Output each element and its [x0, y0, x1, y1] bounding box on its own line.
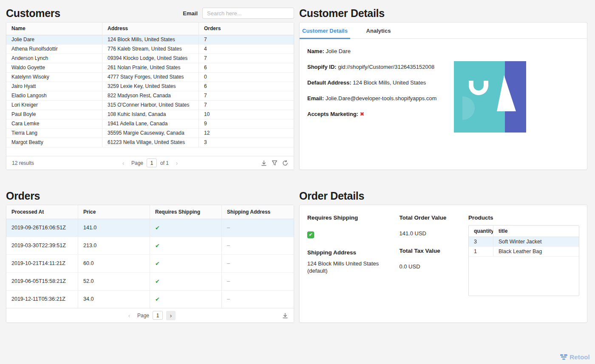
column-header-address[interactable]: Address: [102, 23, 199, 35]
orders-table-body: 2019-09-26T16:06:51Z 141.0 ✔ – 2019-03-3…: [6, 219, 294, 308]
page-number-input[interactable]: [147, 158, 157, 167]
search-input[interactable]: [202, 8, 294, 19]
order-details-panel: Requires Shipping ✔ Shipping Address 124…: [299, 205, 587, 323]
customer-row[interactable]: Cara Lemke 1941 Adella Lane, Canada 9: [6, 119, 294, 129]
check-icon: ✔: [155, 278, 160, 285]
download-icon[interactable]: [261, 160, 267, 166]
customer-orders-cell: 7: [199, 91, 294, 100]
order-row[interactable]: 2019-03-30T22:39:51Z 213.0 ✔ –: [6, 237, 294, 255]
customer-name-cell: Margot Beatty: [6, 138, 102, 147]
customers-pagination: ‹ Page of 1 ›: [6, 158, 294, 168]
customer-orders-cell: 9: [199, 119, 294, 128]
column-header-name[interactable]: Name: [6, 23, 102, 35]
customer-details-tabs: Customer Details Analytics: [300, 23, 587, 39]
products-table-body: 3 Soft Winter Jacket 1 Black Leather Bag: [469, 237, 579, 257]
page-number-input[interactable]: [153, 311, 163, 320]
order-processed-at-cell: 2019-12-11T05:36:21Z: [6, 291, 78, 308]
customer-address-cell: 3259 Lexie Key, United States: [102, 82, 199, 91]
customer-details-section: Customer Details Customer Details Analyt…: [299, 4, 587, 170]
order-details-section: Order Details Requires Shipping ✔ Shippi…: [299, 187, 587, 323]
customer-name-cell: Jolie Dare: [6, 35, 102, 44]
customer-orders-cell: 6: [199, 63, 294, 72]
check-icon: ✔: [155, 225, 160, 231]
customer-name-cell: Paul Boyle: [6, 110, 102, 119]
customer-name-cell: Lori Kreiger: [6, 101, 102, 110]
customer-row[interactable]: Katelynn Wisoky 4777 Stacy Forges, Unite…: [6, 73, 294, 82]
orders-table: Processed At Price Requires Shipping Shi…: [6, 205, 294, 323]
product-quantity-cell: 3: [469, 237, 493, 246]
download-icon[interactable]: [282, 313, 288, 319]
column-header-shipping-address[interactable]: Shipping Address: [222, 205, 294, 219]
total-tax-value-label: Total Tax Value: [399, 248, 468, 254]
customer-orders-cell: 4: [199, 45, 294, 54]
customer-row[interactable]: Jolie Dare 124 Block Mills, United State…: [6, 35, 294, 45]
customer-row[interactable]: Athena Runolfsdottir 776 Kaleb Stream, U…: [6, 45, 294, 54]
customer-name-cell: Jairo Hyatt: [6, 82, 102, 91]
check-icon: ✔: [155, 296, 160, 302]
retool-brand[interactable]: Retool: [560, 353, 590, 361]
order-row[interactable]: 2019-06-05T15:58:21Z 52.0 ✔ –: [6, 273, 294, 291]
field-shopify-id: Shopify IDgid://shopify/Customer/3126435…: [307, 64, 579, 70]
order-shipping-address-cell: –: [222, 291, 294, 308]
order-processed-at-cell: 2019-10-21T14:11:21Z: [6, 255, 78, 272]
customer-orders-cell: 7: [199, 35, 294, 44]
customer-row[interactable]: Waldo Goyette 261 Nolan Prairie, United …: [6, 63, 294, 73]
customer-row[interactable]: Lori Kreiger 315 O'Conner Harbor, United…: [6, 101, 294, 110]
customer-details-panel: Customer Details Analytics NameJolie Dar…: [299, 22, 587, 170]
order-row[interactable]: 2019-12-11T05:36:21Z 34.0 ✔ –: [6, 291, 294, 308]
tab-customer-details[interactable]: Customer Details: [300, 23, 350, 39]
customer-details-title: Customer Details: [299, 7, 385, 20]
customer-row[interactable]: Margot Beatty 61223 Nella Village, Unite…: [6, 138, 294, 147]
customer-address-cell: 315 O'Conner Harbor, United States: [102, 101, 199, 110]
column-header-orders[interactable]: Orders: [199, 23, 294, 35]
total-order-value-label: Total Order Value: [399, 214, 468, 221]
customer-orders-cell: 6: [199, 82, 294, 91]
shipping-address-value: 124 Block Mills United States (default): [307, 260, 384, 275]
prev-page-button[interactable]: ‹: [125, 311, 134, 320]
avatar-teal-background: [454, 61, 505, 133]
field-default-address: Default Address124 Block Mills, United S…: [307, 79, 579, 86]
customer-name-cell: Eladio Langosh: [6, 91, 102, 100]
column-header-requires-shipping[interactable]: Requires Shipping: [150, 205, 222, 219]
customer-address-cell: 108 Kuhic Island, Canada: [102, 110, 199, 119]
column-header-title[interactable]: title: [493, 226, 579, 237]
prev-page-button[interactable]: ‹: [119, 158, 128, 168]
order-price-cell: 141.0: [78, 219, 150, 237]
customer-row[interactable]: Paul Boyle 108 Kuhic Island, Canada 10: [6, 110, 294, 119]
customers-table-header: Name Address Orders: [6, 23, 294, 35]
orders-table-footer: ‹ Page ›: [6, 308, 294, 322]
tab-analytics[interactable]: Analytics: [350, 23, 407, 39]
next-page-button[interactable]: ›: [172, 158, 181, 168]
total-order-value: 141.0 USD: [399, 230, 468, 237]
results-count: 12 results: [12, 160, 34, 166]
retool-brand-text: Retool: [570, 353, 590, 361]
next-page-button[interactable]: ›: [166, 311, 176, 320]
customer-orders-cell: 0: [199, 73, 294, 82]
refresh-icon[interactable]: [282, 160, 288, 166]
page-label: Page: [131, 160, 143, 166]
products-label: Products: [468, 214, 579, 221]
customer-row[interactable]: Jairo Hyatt 3259 Lexie Key, United State…: [6, 82, 294, 91]
customer-row[interactable]: Eladio Langosh 822 Madyson Rest, Canada …: [6, 91, 294, 101]
total-tax-value: 0.0 USD: [399, 263, 468, 270]
product-row[interactable]: 3 Soft Winter Jacket: [469, 237, 579, 247]
order-row[interactable]: 2019-10-21T14:11:21Z 60.0 ✔ –: [6, 255, 294, 273]
column-header-quantity[interactable]: quantity: [469, 226, 493, 237]
customer-name-cell: Tierra Lang: [6, 129, 102, 138]
customers-table-body: Jolie Dare 124 Block Mills, United State…: [6, 35, 294, 156]
customer-address-cell: 261 Nolan Prairie, United States: [102, 63, 199, 72]
column-header-processed-at[interactable]: Processed At: [6, 205, 78, 219]
cross-icon: ✖: [360, 111, 365, 117]
order-row[interactable]: 2019-09-26T16:06:51Z 141.0 ✔ –: [6, 219, 294, 237]
order-price-cell: 60.0: [78, 255, 150, 272]
column-header-price[interactable]: Price: [78, 205, 150, 219]
customer-row[interactable]: Anderson Lynch 09394 Klocko Lodge, Unite…: [6, 54, 294, 63]
customer-row[interactable]: Tierra Lang 35595 Margie Causeway, Canad…: [6, 129, 294, 138]
customer-name-cell: Anderson Lynch: [6, 54, 102, 63]
orders-table-header: Processed At Price Requires Shipping Shi…: [6, 205, 294, 219]
customer-address-cell: 1941 Adella Lane, Canada: [102, 119, 199, 128]
product-row[interactable]: 1 Black Leather Bag: [469, 247, 579, 257]
filter-icon[interactable]: [272, 160, 278, 166]
customer-orders-cell: 10: [199, 110, 294, 119]
field-accepts-marketing: Accepts Marketing✖: [307, 111, 579, 117]
